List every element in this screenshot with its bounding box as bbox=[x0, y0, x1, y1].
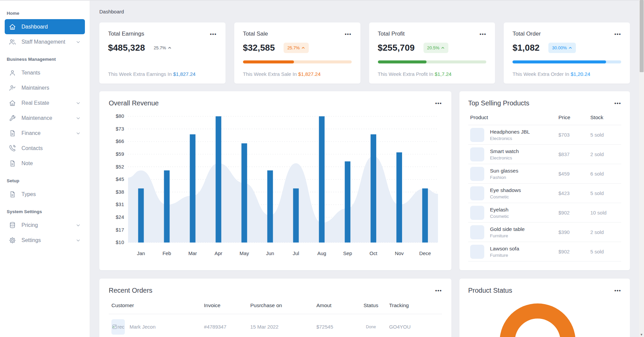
svg-text:$10: $10 bbox=[116, 240, 124, 245]
product-image-placeholder bbox=[470, 225, 484, 239]
svg-text:Jun: Jun bbox=[266, 251, 274, 256]
sidebar-section-label: System Settings bbox=[0, 202, 90, 218]
stat-percent-badge: 25.7% bbox=[284, 43, 309, 53]
svg-text:$45: $45 bbox=[116, 177, 124, 182]
stat-value: $32,585 bbox=[243, 43, 275, 53]
product-price: $703 bbox=[558, 132, 590, 138]
sidebar-item-tenants[interactable]: Tenants bbox=[5, 65, 85, 80]
table-row[interactable]: Lawson sofa Furniture $902 5 sold bbox=[468, 242, 621, 261]
product-name: Gold side table bbox=[490, 226, 525, 232]
product-stock: 5 sold bbox=[590, 132, 621, 138]
chevron-down-icon bbox=[76, 39, 81, 45]
table-row[interactable]: Sun glasses Fashion $459 6 sold bbox=[468, 164, 621, 184]
product-stock: 10 sold bbox=[590, 210, 621, 215]
document-icon bbox=[9, 160, 16, 167]
sidebar-item-maintenance[interactable]: Maintenance bbox=[5, 110, 85, 126]
sidebar-section: Home Dashboard Staff Management bbox=[0, 3, 90, 49]
sidebar-item-label: Maintenance bbox=[21, 115, 76, 121]
sidebar-item-settings[interactable]: Settings bbox=[5, 233, 85, 248]
document-icon bbox=[9, 130, 16, 137]
panel-menu-button[interactable] bbox=[614, 101, 621, 106]
svg-text:$59: $59 bbox=[116, 151, 124, 157]
product-stock: 2 sold bbox=[590, 229, 621, 235]
svg-text:$66: $66 bbox=[116, 139, 124, 144]
product-name: Sun glasses bbox=[490, 168, 518, 174]
stat-percent: 25.7% bbox=[154, 45, 166, 50]
product-category: Furniture bbox=[490, 233, 525, 238]
column-header: Tracking bbox=[389, 302, 442, 308]
order-purchase-date: 15 Mar 2022 bbox=[250, 324, 316, 330]
breadcrumb: Dashboard bbox=[99, 9, 630, 14]
panel-menu-button[interactable] bbox=[435, 101, 442, 106]
sidebar-item-real-estate[interactable]: Real Estate bbox=[5, 95, 85, 110]
product-category: Electronics bbox=[490, 136, 530, 141]
stat-progress-fill bbox=[243, 60, 294, 63]
sidebar-item-contacts[interactable]: Contacts bbox=[5, 141, 85, 156]
sidebar-item-label: Finance bbox=[21, 130, 76, 136]
panel-menu-button[interactable] bbox=[614, 288, 621, 293]
product-price: $423 bbox=[558, 190, 590, 196]
svg-text:$80: $80 bbox=[116, 114, 124, 119]
svg-text:Oct: Oct bbox=[369, 251, 377, 256]
main-content: Dashboard Total Earnings $485,328 25.7% … bbox=[90, 0, 639, 337]
page-scrollbar[interactable]: ▼ bbox=[639, 0, 644, 337]
products-table-body: Headphones JBL Electronics $703 5 sold S… bbox=[468, 125, 621, 261]
sidebar-section-label: Setup bbox=[0, 171, 90, 187]
chevron-down-icon bbox=[76, 238, 81, 243]
sidebar-item-staff-management[interactable]: Staff Management bbox=[5, 34, 85, 49]
card-menu-button[interactable] bbox=[345, 32, 351, 37]
product-name: Eye shadows bbox=[490, 187, 521, 193]
card-menu-button[interactable] bbox=[210, 32, 216, 37]
scrollbar-thumb[interactable] bbox=[640, 0, 644, 72]
product-stock: 2 sold bbox=[590, 151, 621, 157]
table-row[interactable]: Gold side table Furniture $390 2 sold bbox=[468, 223, 621, 242]
svg-text:$24: $24 bbox=[116, 214, 124, 220]
svg-text:$17: $17 bbox=[116, 227, 124, 233]
table-row[interactable]: Eyelash Cosmetic $902 10 sold bbox=[468, 203, 621, 223]
product-status-panel: Product Status bbox=[459, 279, 630, 337]
stat-percent: 30.00% bbox=[552, 45, 567, 50]
table-row[interactable]: rece Mark Jecon #4789347 15 Mar 2022 $72… bbox=[109, 314, 442, 337]
product-stock: 5 sold bbox=[590, 190, 621, 196]
table-row[interactable]: Headphones JBL Electronics $703 5 sold bbox=[468, 125, 621, 145]
document-icon bbox=[9, 191, 16, 198]
product-name: Lawson sofa bbox=[490, 246, 519, 252]
svg-text:Aug: Aug bbox=[317, 251, 327, 256]
card-menu-button[interactable] bbox=[480, 32, 486, 37]
stat-note-text: This Week Extra Order In bbox=[512, 71, 569, 77]
stat-progress-track bbox=[512, 60, 621, 63]
svg-text:Mar: Mar bbox=[188, 251, 197, 256]
stat-card: Total Sale $32,585 25.7% This Week Extra… bbox=[234, 22, 360, 84]
stat-card: Total Profit $255,709 20.5% This Week Ex… bbox=[369, 22, 495, 84]
table-row[interactable]: Eye shadows Cosmetic $423 5 sold bbox=[468, 184, 621, 203]
scrollbar-down-arrow-icon[interactable]: ▼ bbox=[639, 333, 644, 336]
svg-text:$73: $73 bbox=[116, 126, 124, 132]
product-price: $837 bbox=[558, 151, 590, 157]
svg-text:Jan: Jan bbox=[137, 251, 145, 256]
broken-image-icon: rece bbox=[111, 319, 125, 335]
stat-percent-badge: 25.7% bbox=[154, 45, 171, 50]
svg-text:$52: $52 bbox=[116, 164, 124, 170]
sidebar-item-note[interactable]: Note bbox=[5, 156, 85, 171]
table-row[interactable]: Smart watch Electronics $837 2 sold bbox=[468, 145, 621, 164]
sidebar-item-types[interactable]: Types bbox=[5, 187, 85, 202]
card-menu-button[interactable] bbox=[614, 32, 621, 37]
sidebar-item-maintainers[interactable]: Maintainers bbox=[5, 80, 85, 95]
svg-text:$38: $38 bbox=[116, 189, 124, 195]
column-header: Invoice bbox=[204, 302, 250, 308]
sidebar-item-label: Maintainers bbox=[21, 85, 81, 91]
stat-value: $255,709 bbox=[378, 43, 415, 53]
svg-text:Feb: Feb bbox=[162, 251, 171, 256]
sidebar-item-finance[interactable]: Finance bbox=[5, 126, 85, 141]
overall-revenue-panel: Overall Revenue $80$73$66$59$52$45$38$31… bbox=[99, 91, 451, 270]
database-icon bbox=[9, 222, 16, 229]
sidebar-item-dashboard[interactable]: Dashboard bbox=[5, 19, 85, 34]
avatar-alt-text: rece bbox=[117, 324, 124, 330]
column-header: Stock bbox=[590, 114, 621, 121]
panel-menu-button[interactable] bbox=[435, 288, 442, 293]
sidebar-item-label: Settings bbox=[21, 237, 76, 243]
stat-note-amount: $1,7.24 bbox=[435, 71, 451, 77]
column-header: Status bbox=[353, 302, 389, 308]
sidebar-item-pricing[interactable]: Pricing bbox=[5, 218, 85, 233]
order-status-badge: Done bbox=[353, 325, 389, 329]
